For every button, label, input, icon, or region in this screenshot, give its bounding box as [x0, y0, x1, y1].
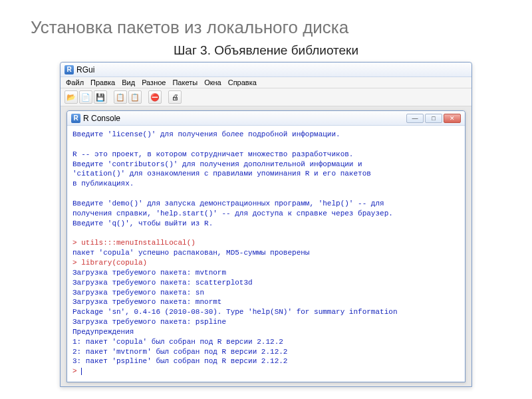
load-button[interactable]: 📄 [79, 90, 92, 104]
console-line: пакет 'copula' успешно распакован, MD5-с… [72, 249, 309, 257]
console-line: 3: пакет 'pspline' был собран под R верс… [72, 357, 287, 365]
console-line: Package 'sn', 0.4-16 (2010-08-30). Type … [72, 308, 397, 316]
console-line: в публикациях. [72, 180, 134, 188]
text-cursor [81, 368, 82, 375]
console-line: 'citation()' для ознакомления с правилам… [72, 170, 371, 178]
console-prompt: > [72, 367, 81, 375]
console-line: получения справки, 'help.start()' -- для… [72, 209, 393, 217]
copy-button[interactable]: 📋 [114, 90, 127, 104]
console-line: Введите 'contributors()' для получения д… [72, 160, 362, 168]
rgui-titlebar: R RGui [61, 63, 471, 77]
save-button[interactable]: 💾 [94, 90, 107, 104]
console-line: 1: пакет 'copula' был собран под R верси… [72, 338, 283, 346]
console-line: Введите 'q()', чтобы выйти из R. [72, 219, 213, 227]
slide-title: Установка пакетов из локального диска [31, 17, 532, 38]
console-titlebar: R R Console — □ ✕ [67, 111, 465, 126]
rgui-window: R RGui Файл Правка Вид Разное Пакеты Окн… [60, 62, 472, 387]
menu-packages[interactable]: Пакеты [172, 78, 198, 86]
menu-bar: Файл Правка Вид Разное Пакеты Окна Справ… [61, 77, 471, 88]
open-button[interactable]: 📂 [65, 90, 78, 104]
console-line: Загрузка требуемого пакета: sn [72, 289, 204, 297]
console-output[interactable]: Введите 'license()' для получения более … [67, 126, 465, 382]
r-console-window: R R Console — □ ✕ Введите 'license()' дл… [66, 110, 466, 382]
console-line: 2: пакет 'mvtnorm' был собран под R верс… [72, 348, 287, 356]
console-line: Введите 'demo()' для запуска демонстраци… [72, 200, 384, 207]
console-line: Загрузка требуемого пакета: mvtnorm [72, 269, 226, 277]
console-line: Предупреждения [72, 328, 134, 336]
r-console-icon: R [71, 114, 80, 123]
console-title-text: R Console [83, 114, 120, 123]
minimize-button[interactable]: — [406, 114, 424, 123]
console-input: > library(copula) [72, 259, 147, 267]
mdi-area: R R Console — □ ✕ Введите 'license()' дл… [61, 106, 471, 386]
r-app-icon: R [65, 65, 74, 74]
slide-subtitle: Шаг 3. Объявление библиотеки [0, 43, 532, 58]
toolbar: 📂 📄 💾 📋 📋 ⛔ 🖨 [61, 88, 471, 106]
console-input: > utils:::menuInstallLocal() [72, 239, 196, 247]
print-button[interactable]: 🖨 [168, 90, 182, 104]
console-line: Загрузка требуемого пакета: mnormt [72, 298, 221, 306]
menu-windows[interactable]: Окна [204, 78, 221, 86]
rgui-title: RGui [76, 65, 94, 74]
console-line: Введите 'license()' для получения более … [72, 130, 340, 138]
console-line: Загрузка требуемого пакета: scatterplot3… [72, 279, 253, 287]
close-button[interactable]: ✕ [444, 114, 461, 123]
maximize-button[interactable]: □ [425, 114, 442, 123]
menu-view[interactable]: Вид [122, 78, 135, 86]
stop-button[interactable]: ⛔ [148, 90, 162, 104]
console-line: R -- это проект, в котором сотрудничает … [72, 150, 353, 158]
menu-edit[interactable]: Правка [90, 78, 115, 86]
console-line: Загрузка требуемого пакета: pspline [72, 318, 226, 326]
window-controls: — □ ✕ [406, 114, 461, 123]
menu-file[interactable]: Файл [66, 78, 84, 86]
menu-misc[interactable]: Разное [142, 78, 166, 86]
paste-button[interactable]: 📋 [128, 90, 142, 104]
menu-help[interactable]: Справка [228, 78, 257, 86]
